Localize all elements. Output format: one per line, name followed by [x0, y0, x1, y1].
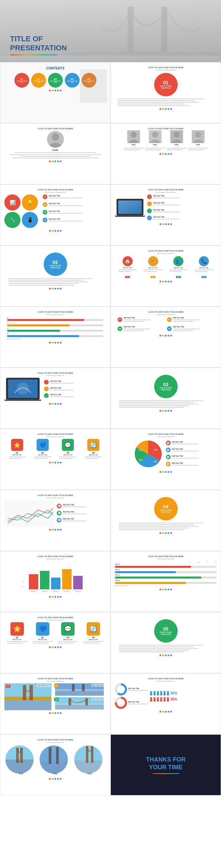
v-bars-content: 4.5 2.5 TITLE 1 TITLE 2 TITLE 3 TITLE 4 …	[4, 561, 106, 594]
laptop-right-content: ✓ Add Your Title ✓ Add Your Title ✓ Add …	[4, 378, 106, 401]
svg-text:TITLE 3: TITLE 3	[53, 590, 59, 592]
photo-circle-1: TITLE	[4, 744, 37, 776]
step-4: 04 Add Your Title	[43, 218, 106, 222]
svg-rect-6	[80, 69, 107, 103]
dot-purple	[60, 90, 61, 91]
dot-row-circle02	[4, 288, 106, 289]
slide-contents: CONTENTS 01 CLICK TO ADD YOUR TITLE 02 C…	[0, 62, 110, 123]
svg-rect-37	[29, 574, 38, 589]
circle-03: 03 CLICK TO ADD YOUR TITLE	[154, 375, 178, 398]
svg-text:6.2: 6.2	[139, 459, 143, 461]
svg-point-83	[157, 697, 159, 699]
slide-pie: CLICK TO ADD YOUR TITLE IN HERE Click to…	[110, 429, 221, 490]
svg-rect-56	[82, 684, 85, 691]
lr-item-2: ✓ Add Your Title	[44, 386, 106, 391]
svg-point-81	[154, 697, 156, 699]
pie-content: 3.5 4.2 6.2 2.1 📊 Add Your Title 📊 Add Y…	[115, 439, 217, 469]
lc-item-1: 📈 Add Your Title	[57, 504, 86, 508]
quad-item-4: 04 Add Your Title	[167, 326, 214, 332]
hbl-bars: 4.5 3.0 7.0 4.3 TITLE 1 TITLE 2 TITLE 3 …	[115, 561, 217, 587]
team-slide-title: CLICK TO ADD YOUR TITLE IN HERE	[115, 128, 217, 130]
circle-05-body	[115, 645, 217, 652]
bar-2	[7, 324, 103, 327]
circle-orange: 💡	[22, 194, 38, 211]
pie-legend-3: 📊 Add Your Title	[166, 455, 199, 459]
step-text-4: Add Your Title	[49, 218, 82, 222]
dot-row-quad	[115, 335, 217, 337]
svg-rect-70	[154, 693, 156, 695]
card-2: 💙 02 Add Your Title	[33, 622, 53, 644]
slide-01-circle: 01 CLICK TO ADD YOUR TITLE	[154, 73, 178, 96]
svg-rect-62	[55, 705, 104, 710]
bridge-bg-deco	[80, 69, 107, 103]
slide-circle-02: 02 CLICK TO ADD YOUR TITLE	[0, 245, 110, 307]
card-1: ⭐ 01 Add Your Title	[7, 622, 27, 644]
svg-rect-40	[62, 569, 71, 589]
circle-green: 🔧	[4, 212, 21, 228]
circle-red: 📊	[4, 194, 21, 211]
step-text-3: Add Your Title	[49, 210, 82, 215]
v-axis: 4.5 2.5	[23, 581, 25, 593]
dot-row-profile	[4, 160, 106, 162]
line-chart-content: 📈 Add Your Title 📈 Add Your Title 📈 Add …	[4, 500, 106, 527]
svg-point-85	[160, 697, 162, 699]
dot-row-pie	[115, 471, 217, 473]
team-members-row: NAME ★★★ NAME ★★★	[115, 130, 217, 151]
step-3: 03 Add Your Title	[43, 210, 106, 215]
slide-rings-people: CLICK TO ADD YOUR TITLE IN HERE Click to…	[110, 673, 221, 734]
dot-row-circle03	[115, 410, 217, 412]
circle-02: 02 CLICK TO ADD YOUR TITLE	[44, 252, 67, 276]
slide-h-bars: CLICK TO ADD YOUR TITLE IN HERE Click to…	[0, 307, 110, 368]
donut-1: Add Your Title	[115, 683, 148, 695]
laptop-item-4: ✓ Add Your Title	[147, 216, 217, 220]
step-text-2: Add Your Title	[49, 203, 82, 207]
slide-01-title: CLICK TO ADD YOUR TITLE IN HERE	[115, 66, 217, 68]
bridge-photos-small: 02 ADD YOUR TITLE 03 ADD YOUR TITLE	[53, 683, 106, 710]
bridge-photo-sm-2: 03 ADD YOUR TITLE	[53, 697, 106, 710]
dot-row-lr	[4, 403, 106, 405]
profile-slide-title: CLICK TO ADD YOUR TITLE IN HERE	[4, 128, 106, 130]
content-circle-2[interactable]: 02 CLICK TO ADD YOUR TITLE	[31, 73, 46, 88]
lr-item-3: ✓ Add Your Title	[44, 393, 106, 398]
photo-circle-3: TITLE	[73, 744, 106, 776]
three-photos-row: TITLE TITLE	[4, 744, 106, 776]
dot-row-circles	[4, 230, 106, 232]
svg-rect-95	[16, 748, 19, 763]
line-chart-legend: 📈 Add Your Title 📈 Add Your Title 📈 Add …	[57, 504, 86, 524]
svg-point-69	[154, 691, 156, 693]
dot-row-rings	[115, 711, 217, 713]
content-circle-1[interactable]: 01 CLICK TO ADD YOUR TITLE	[14, 73, 29, 88]
step-1: 01 Add Your Title	[43, 194, 106, 199]
pie-legend-1: 📊 Add Your Title	[166, 440, 199, 445]
tag-item-3: 💬 03 Add Your Title	[59, 439, 76, 460]
step-text-1: Add Your Title	[49, 195, 82, 199]
profile-name: NAME	[4, 149, 106, 151]
svg-point-87	[164, 697, 166, 699]
slide-tags-row: CLICK TO ADD YOUR TITLE IN HERE Click to…	[0, 429, 110, 490]
icon-cards-title: CLICK TO ADD YOUR TITLE IN HERE	[4, 617, 106, 619]
svg-point-20	[195, 132, 201, 138]
circle-05: 05 CLICK TO ADD YOUR TITLE	[154, 619, 178, 643]
slide-line-chart: CLICK TO ADD YOUR TITLE IN HERE Click to…	[0, 490, 110, 551]
people-stats: 60%	[150, 691, 217, 702]
svg-rect-86	[160, 699, 162, 702]
dot-row-circle05	[115, 654, 217, 656]
svg-rect-38	[40, 571, 50, 589]
dot-row-hbars	[4, 342, 106, 343]
bar-3	[7, 330, 103, 332]
bar-1	[7, 319, 103, 321]
svg-point-14	[152, 132, 158, 138]
icon-box-people: 👥 Add Your Title more	[169, 256, 188, 279]
laptop-item-1: ✓ Add Your Title	[147, 194, 217, 199]
slide-quadrant: CLICK TO ADD YOUR TITLE IN HERE Click to…	[110, 307, 221, 368]
svg-rect-29	[4, 500, 55, 527]
slide-01-subtitle: Click to add your long subtitle here	[115, 69, 217, 71]
line-chart-title: CLICK TO ADD YOUR TITLE IN HERE	[4, 494, 106, 496]
content-circle-3[interactable]: 03 CLICK TO ADD YOUR TITLE	[48, 73, 63, 88]
content-circle-4[interactable]: 04 CLICK TO ADD YOUR TITLE	[65, 73, 80, 88]
thanks-underline	[153, 773, 179, 774]
quad-item-1: 01 Add Your Title	[118, 317, 165, 323]
svg-text:3.5: 3.5	[154, 448, 157, 451]
circle-04-body	[115, 523, 217, 530]
svg-rect-101	[49, 747, 52, 764]
